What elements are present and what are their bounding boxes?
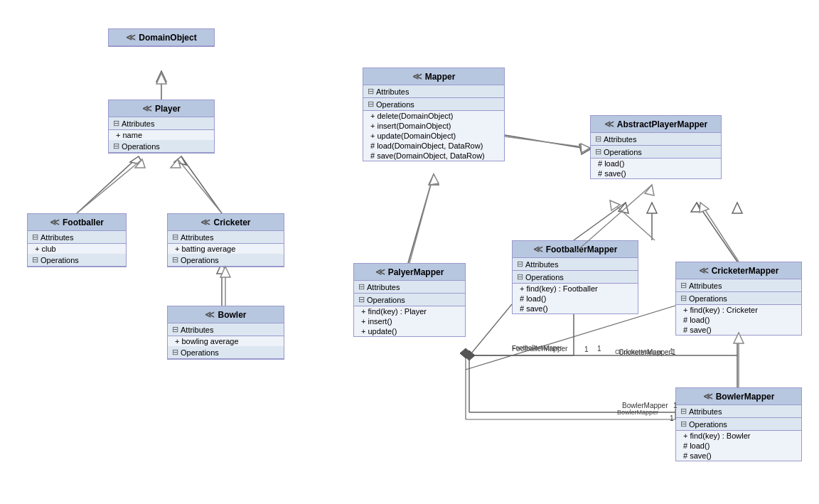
cricketer-attr-batting: + batting average: [168, 244, 284, 254]
svg-line-31: [178, 159, 222, 213]
pm-op-insert: + insert(): [354, 316, 465, 326]
svg-marker-15: [732, 203, 742, 213]
svg-marker-36: [581, 144, 590, 153]
one-label-3: 1: [673, 402, 678, 409]
svg-marker-30: [135, 159, 145, 168]
bm-attributes-header: ⊟ Attributes: [676, 405, 801, 418]
svg-line-2: [77, 156, 139, 213]
svg-line-12: [697, 203, 737, 262]
svg-marker-38: [610, 200, 620, 210]
svg-marker-19: [619, 203, 628, 213]
cricketer-class: ≪ Cricketer ⊟ Attributes + batting avera…: [167, 213, 284, 267]
svg-marker-47: [460, 348, 471, 358]
mapper-op-save: # save(DomainObject, DataRow): [363, 151, 504, 161]
cm-op-find: + find(key) : Cricketer: [676, 305, 801, 315]
fm-op-load: # load(): [513, 294, 638, 304]
svg-marker-34: [220, 267, 230, 277]
svg-marker-11: [647, 203, 657, 213]
svg-marker-17: [429, 174, 439, 185]
bm-operations-header: ⊟ Operations: [676, 418, 801, 431]
mapper-op-load: # load(DomainObject, DataRow): [363, 141, 504, 151]
svg-line-16: [408, 174, 434, 263]
svg-text:1: 1: [670, 414, 674, 422]
bowler-attr-bowling: + bowling average: [168, 336, 284, 346]
player-attr-name: + name: [109, 130, 214, 140]
cricketer-header: ≪ Cricketer: [168, 214, 284, 231]
cricketmapper-header: ≪ CricketerMapper: [676, 262, 801, 279]
mapper-op-update: + update(DomainObject): [363, 131, 504, 141]
mapper-header: ≪ Mapper: [363, 68, 504, 85]
mapper-op-insert: + insert(DomainObject): [363, 121, 504, 131]
mapper-operations-header: ⊟ Operations: [363, 98, 504, 111]
footballer-class: ≪ Footballer ⊟ Attributes + club ⊟ Opera…: [27, 213, 127, 267]
palyermapper-title: PalyerMapper: [388, 267, 444, 277]
svg-marker-13: [691, 203, 701, 212]
footballer-operations-header: ⊟ Operations: [28, 254, 126, 267]
apm-operations-header: ⊟ Operations: [591, 146, 721, 159]
abstractplayermapper-title: AbstractPlayerMapper: [617, 119, 707, 129]
apm-op-load: # load(): [591, 159, 721, 168]
domainobject-class: ≪ DomainObject: [108, 28, 215, 47]
svg-marker-5: [174, 156, 186, 165]
svg-line-29: [77, 159, 142, 213]
svg-marker-44: [429, 174, 439, 185]
footballer-header: ≪ Footballer: [28, 214, 126, 231]
player-attributes-header: ⊟ Attributes: [109, 117, 214, 130]
svg-line-8: [505, 135, 590, 149]
svg-line-39: [700, 203, 739, 262]
svg-line-35: [505, 136, 590, 148]
bm-op-find: + find(key) : Bowler: [676, 431, 801, 441]
cm-attributes-header: ⊟ Attributes: [676, 279, 801, 292]
apm-attributes-header: ⊟ Attributes: [591, 133, 721, 146]
footballer-title: Footballer: [63, 218, 104, 227]
bowlermapper-header: ≪ BowlerMapper: [676, 388, 801, 405]
svg-marker-3: [130, 156, 144, 165]
footballer-mapper-label: FootballerMapper: [512, 345, 567, 353]
fm-attributes-header: ⊟ Attributes: [513, 258, 638, 271]
footballermapper-header: ≪ FootballerMapper: [513, 241, 638, 258]
svg-marker-46: [645, 185, 654, 195]
svg-marker-26: [464, 350, 475, 360]
palyermapper-class: ≪ PalyerMapper ⊟ Attributes ⊟ Operations…: [353, 263, 466, 337]
footballer-attributes-header: ⊟ Attributes: [28, 231, 126, 244]
fm-op-save: # save(): [513, 304, 638, 313]
one-label-1: 1: [597, 345, 601, 353]
cricketer-attributes-header: ⊟ Attributes: [168, 231, 284, 244]
pm-operations-header: ⊟ Operations: [354, 294, 465, 306]
cm-op-save: # save(): [676, 325, 801, 335]
bowler-attributes-header: ⊟ Attributes: [168, 323, 284, 336]
cricketmapper-title: CricketerMapper: [712, 266, 779, 276]
cricketer-mapper-label: CricketerMapper: [619, 348, 671, 356]
bowler-header: ≪ Bowler: [168, 306, 284, 323]
svg-line-18: [574, 203, 626, 240]
player-operations-header: ⊟ Operations: [109, 140, 214, 153]
apm-op-save: # save(): [591, 168, 721, 178]
cm-op-load: # load(): [676, 315, 801, 325]
fm-operations-header: ⊟ Operations: [513, 271, 638, 284]
bowler-class: ≪ Bowler ⊟ Attributes + bowling average …: [167, 306, 284, 360]
pm-attributes-header: ⊟ Attributes: [354, 281, 465, 294]
bowler-operations-header: ⊟ Operations: [168, 346, 284, 359]
bowler-mapper-label: BowlerMapper: [622, 402, 668, 409]
bm-op-save: # save(): [676, 451, 801, 461]
svg-marker-40: [700, 203, 709, 213]
bowlermapper-title: BowlerMapper: [716, 392, 775, 402]
footballermapper-title: FootballerMapper: [546, 245, 618, 254]
svg-line-48: [471, 304, 512, 353]
svg-text:1: 1: [584, 345, 589, 353]
abstractplayermapper-header: ≪ AbstractPlayerMapper: [591, 116, 721, 133]
svg-marker-28: [156, 73, 166, 84]
player-class: ≪ Player ⊟ Attributes + name ⊟ Operation…: [108, 100, 215, 154]
svg-line-43: [410, 174, 434, 263]
abstractplayermapper-class: ≪ AbstractPlayerMapper ⊟ Attributes ⊟ Op…: [590, 115, 722, 179]
fm-op-find: + find(key) : Footballer: [513, 284, 638, 294]
svg-line-37: [610, 200, 655, 240]
footballermapper-class: ≪ FootballerMapper ⊟ Attributes ⊟ Operat…: [512, 240, 638, 314]
one-label-2: 1: [672, 348, 676, 356]
mapper-title: Mapper: [425, 72, 456, 82]
bm-op-load: # load(): [676, 441, 801, 451]
bowler-title: Bowler: [218, 310, 246, 320]
domainobject-header: ≪ DomainObject: [109, 29, 214, 46]
cricketer-operations-header: ⊟ Operations: [168, 254, 284, 267]
pm-op-update: + update(): [354, 326, 465, 336]
